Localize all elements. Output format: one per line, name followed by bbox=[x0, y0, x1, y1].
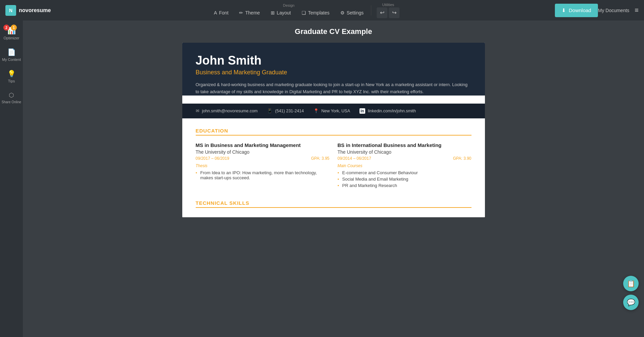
nav-font[interactable]: A Font bbox=[209, 8, 233, 17]
layout-icon: ⊞ bbox=[271, 10, 275, 15]
download-button[interactable]: ⬇ Download bbox=[555, 4, 598, 17]
download-icon: ⬇ bbox=[562, 7, 566, 13]
cv-summary: Organized & hard-working business and ma… bbox=[196, 81, 471, 96]
settings-icon: ⚙ bbox=[340, 10, 345, 15]
cv-linkedin-value: linkedin.com/in/john.smith bbox=[368, 109, 416, 113]
edu-bullet-2-2: PR and Marketing Research bbox=[338, 183, 471, 188]
cv-document: John Smith Business and Marketing Gradua… bbox=[182, 43, 485, 217]
nav-font-label: Font bbox=[219, 10, 228, 15]
nav-templates[interactable]: ❏ Templates bbox=[297, 8, 334, 17]
theme-icon: ✏ bbox=[239, 10, 243, 15]
cv-location: 📍 New York, USA bbox=[313, 108, 350, 113]
my-content-icon: 📄 bbox=[7, 48, 16, 56]
cv-contact-bar: ✉ john.smith@novoresume.com 📱 (541) 231-… bbox=[182, 104, 485, 118]
tips-icon: 💡 bbox=[7, 70, 16, 78]
cv-email: ✉ john.smith@novoresume.com bbox=[196, 108, 258, 113]
cv-name: John Smith bbox=[196, 53, 471, 68]
font-icon: A bbox=[214, 10, 217, 15]
main-content: Graduate CV Example John Smith Business … bbox=[23, 21, 644, 337]
redo-button[interactable]: ↪ bbox=[389, 7, 400, 18]
nav-settings[interactable]: ⚙ Settings bbox=[336, 8, 369, 17]
cv-header: John Smith Business and Marketing Gradua… bbox=[182, 43, 485, 96]
cv-technical-title: TECHNICAL SKILLS bbox=[196, 200, 471, 208]
floating-chat-button[interactable]: 💬 bbox=[623, 295, 639, 310]
navbar: N novoresume Design A Font ✏ Theme ⊞ Lay… bbox=[0, 0, 644, 21]
cv-phone: 📱 (541) 231-2414 bbox=[267, 108, 304, 113]
cv-job-title: Business and Marketing Graduate bbox=[196, 69, 471, 76]
cv-location-value: New York, USA bbox=[321, 109, 350, 113]
logo-icon: N bbox=[5, 5, 16, 16]
download-label: Download bbox=[569, 7, 591, 13]
nav-layout[interactable]: ⊞ Layout bbox=[266, 8, 296, 17]
edu-bullet-1-0: From Idea to an IPO: How marketing, more… bbox=[196, 170, 330, 180]
utilities-section: Utilities ↩ ↪ bbox=[377, 3, 400, 18]
design-label: Design bbox=[283, 3, 294, 7]
floating-buttons: 📋 💬 bbox=[623, 276, 639, 310]
utilities-label: Utilities bbox=[382, 3, 394, 7]
my-documents-link[interactable]: My Documents bbox=[598, 8, 629, 13]
floating-doc-button[interactable]: 📋 bbox=[623, 276, 639, 291]
sidebar-tips-label: Tips bbox=[8, 79, 15, 83]
hamburger-button[interactable]: ≡ bbox=[635, 6, 639, 14]
edu-bullet-2-1: Social Media and Email Marketing bbox=[338, 177, 471, 182]
edu-bullets-2: E-commerce and Consumer Behaviour Social… bbox=[338, 170, 471, 188]
edu-dates-1: 09/2017 – 06/2019 bbox=[196, 156, 229, 161]
logo[interactable]: N novoresume bbox=[5, 5, 59, 16]
sidebar-share-label: Share Online bbox=[2, 100, 21, 104]
edu-sublabel-2: Main Courses bbox=[338, 163, 471, 168]
utilities-row: ↩ ↪ bbox=[377, 7, 400, 18]
templates-icon: ❏ bbox=[302, 10, 306, 15]
nav-theme[interactable]: ✏ Theme bbox=[234, 8, 265, 17]
sidebar-item-share-online[interactable]: ⬡ Share Online bbox=[1, 88, 22, 108]
design-group: Design A Font ✏ Theme ⊞ Layout ❏ Templat… bbox=[59, 3, 550, 18]
cv-body: EDUCATION MS in Business and Marketing M… bbox=[182, 118, 485, 217]
cv-education-section: EDUCATION MS in Business and Marketing M… bbox=[196, 128, 471, 189]
cv-education-grid: MS in Business and Marketing Management … bbox=[196, 142, 471, 189]
badge-orange: 1 bbox=[11, 25, 17, 31]
edu-degree-2: BS in International Business and Marketi… bbox=[338, 142, 471, 148]
design-items: A Font ✏ Theme ⊞ Layout ❏ Templates ⚙ bbox=[209, 8, 368, 17]
email-icon: ✉ bbox=[196, 108, 199, 113]
nav-theme-label: Theme bbox=[245, 10, 260, 15]
sidebar-item-my-content[interactable]: 📄 My Content bbox=[1, 45, 22, 65]
location-icon: 📍 bbox=[313, 108, 319, 113]
undo-button[interactable]: ↩ bbox=[377, 7, 387, 18]
page-title: Graduate CV Example bbox=[30, 27, 637, 36]
edu-school-2: The University of Chicago bbox=[338, 149, 471, 155]
edu-entry-1: MS in Business and Marketing Management … bbox=[196, 142, 330, 189]
edu-meta-2: 09/2014 – 06/2017 GPA: 3.90 bbox=[338, 156, 471, 161]
cv-education-title: EDUCATION bbox=[196, 128, 471, 136]
edu-gpa-1: GPA: 3.95 bbox=[311, 156, 329, 161]
edu-bullets-1: From Idea to an IPO: How marketing, more… bbox=[196, 170, 330, 180]
edu-sublabel-1: Thesis bbox=[196, 163, 330, 168]
sidebar-optimizer-label: Optimizer bbox=[3, 36, 19, 40]
design-section: Design A Font ✏ Theme ⊞ Layout ❏ Templat… bbox=[209, 3, 368, 17]
nav-layout-label: Layout bbox=[277, 10, 291, 15]
nav-templates-label: Templates bbox=[308, 10, 330, 15]
sidebar-item-optimizer[interactable]: 2 1 📊 Optimizer bbox=[1, 23, 22, 43]
cv-phone-value: (541) 231-2414 bbox=[275, 109, 304, 113]
edu-school-1: The University of Chicago bbox=[196, 149, 330, 155]
cv-technical-section: TECHNICAL SKILLS bbox=[196, 200, 471, 208]
navbar-right: My Documents ≡ bbox=[598, 6, 639, 14]
sidebar-my-content-label: My Content bbox=[2, 58, 21, 62]
edu-degree-1: MS in Business and Marketing Management bbox=[196, 142, 330, 148]
edu-meta-1: 09/2017 – 06/2019 GPA: 3.95 bbox=[196, 156, 330, 161]
cv-linkedin: in linkedin.com/in/john.smith bbox=[359, 108, 416, 114]
linkedin-icon: in bbox=[359, 108, 365, 114]
nav-divider bbox=[371, 5, 371, 15]
edu-entry-2: BS in International Business and Marketi… bbox=[338, 142, 471, 189]
cv-email-value: john.smith@novoresume.com bbox=[202, 109, 258, 113]
nav-settings-label: Settings bbox=[347, 10, 364, 15]
edu-dates-2: 09/2014 – 06/2017 bbox=[338, 156, 371, 161]
edu-bullet-2-0: E-commerce and Consumer Behaviour bbox=[338, 170, 471, 175]
logo-text: novoresume bbox=[19, 7, 51, 13]
share-icon: ⬡ bbox=[9, 91, 14, 99]
doc-float-icon: 📋 bbox=[627, 279, 635, 288]
chat-float-icon: 💬 bbox=[627, 298, 635, 306]
sidebar-item-tips[interactable]: 💡 Tips bbox=[1, 66, 22, 86]
edu-gpa-2: GPA: 3.90 bbox=[453, 156, 471, 161]
phone-icon: 📱 bbox=[267, 108, 272, 113]
sidebar: 2 1 📊 Optimizer 📄 My Content 💡 Tips ⬡ Sh… bbox=[0, 21, 23, 337]
badge-red: 2 bbox=[3, 25, 9, 31]
